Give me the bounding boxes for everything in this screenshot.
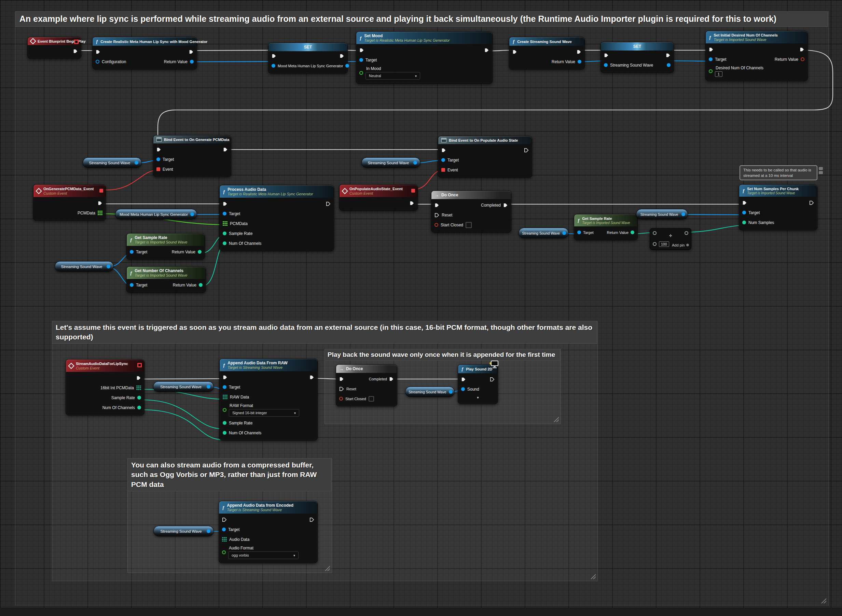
object-pin[interactable] <box>130 250 134 254</box>
object-pin[interactable] <box>96 60 99 63</box>
node-set-streaming-sound-wave-variable[interactable]: SET Streaming Sound Wave <box>601 42 674 73</box>
add-pin-button[interactable]: Add pin ⊕ <box>672 243 689 247</box>
bool-pin[interactable] <box>801 57 804 61</box>
exec-out-pin[interactable] <box>189 50 194 54</box>
node-do-once-1[interactable]: → Do Once Completed Reset Start Closed <box>431 191 511 233</box>
node-set-mood-generator-variable[interactable]: SET Mood Meta Human Lip Sync Generator <box>268 43 348 73</box>
object-pin[interactable] <box>413 161 417 164</box>
delegate-pin[interactable] <box>441 168 445 172</box>
node-set-mood[interactable]: ƒ Set Mood Target is Realistic Meta Huma… <box>356 31 492 84</box>
divisor-input[interactable]: 100 <box>659 241 669 247</box>
exec-out-pin[interactable] <box>73 49 78 54</box>
delegate-pin[interactable] <box>411 189 415 192</box>
comment-title-compressed[interactable]: You can also stream audio from a compres… <box>128 458 331 491</box>
raw-format-dropdown[interactable]: Signed 16-bit integer ▾ <box>229 409 299 417</box>
exec-out-pin[interactable] <box>503 203 508 208</box>
exec-in-pin[interactable] <box>223 201 228 206</box>
object-pin[interactable] <box>742 211 746 214</box>
desired-channels-input[interactable]: 1 <box>715 71 723 77</box>
node-set-num-samples-per-chunk[interactable]: ƒ Set Num Samples Per Chunk Target is Im… <box>739 185 817 230</box>
node-play-sound-2d[interactable]: ƒ Play Sound 2D Sound ▾ <box>458 364 498 404</box>
comment-title-main[interactable]: An example where lip sync is performed w… <box>15 11 828 27</box>
node-bind-on-populate-audio-state[interactable]: Bind Event to On Populate Audio State Ta… <box>438 136 532 177</box>
enum-pin[interactable] <box>223 408 226 412</box>
node-divide[interactable]: ÷ 100 Add pin ⊕ <box>650 228 691 250</box>
int-pin[interactable] <box>223 421 226 425</box>
byte-array-pin[interactable] <box>222 537 227 542</box>
node-append-audio-data-from-raw[interactable]: ƒ Append Audio Data From RAW Target is S… <box>219 359 318 440</box>
exec-in-pin[interactable] <box>339 377 344 381</box>
start-closed-checkbox[interactable] <box>369 396 374 402</box>
exec-in-pin[interactable] <box>96 50 100 54</box>
exec-out-pin[interactable] <box>809 201 814 205</box>
object-pin[interactable] <box>667 63 670 67</box>
exec-out-pin[interactable] <box>799 47 804 52</box>
bool-pin[interactable] <box>339 397 343 400</box>
pill-streaming-sound-wave[interactable]: Streaming Sound Wave <box>405 387 455 397</box>
int-array-pin[interactable] <box>136 386 141 390</box>
node-get-sample-rate-right[interactable]: ƒ Get Sample Rate Target is Imported Sou… <box>574 214 638 240</box>
pill-streaming-sound-wave[interactable]: Streaming Sound Wave <box>519 228 569 238</box>
object-pin[interactable] <box>604 63 608 67</box>
exec-in-pin[interactable] <box>339 387 344 391</box>
node-get-number-of-channels[interactable]: ƒ Get Number Of Channels Target is Impor… <box>126 266 206 293</box>
exec-out-pin[interactable] <box>410 201 414 205</box>
bool-pin[interactable] <box>435 223 438 227</box>
object-pin[interactable] <box>577 60 581 63</box>
exec-out-pin[interactable] <box>339 54 344 59</box>
pill-streaming-sound-wave[interactable]: Streaming Sound Wave <box>153 381 214 392</box>
int-pin[interactable] <box>742 221 746 224</box>
node-stream-audio-data-event[interactable]: StreamAudioDataForLipSync Custom Event 1… <box>66 359 144 415</box>
exec-out-pin[interactable] <box>389 377 394 381</box>
exec-out-pin[interactable] <box>666 53 670 58</box>
pin-icon[interactable] <box>819 167 823 170</box>
byte-array-pin[interactable] <box>98 211 103 216</box>
exec-in-pin[interactable] <box>435 213 439 217</box>
enum-pin[interactable] <box>359 71 363 75</box>
int-pin[interactable] <box>198 250 201 254</box>
start-closed-checkbox[interactable] <box>466 222 472 228</box>
exec-out-pin[interactable] <box>326 201 331 206</box>
exec-in-pin[interactable] <box>461 377 466 382</box>
object-pin[interactable] <box>107 265 110 268</box>
audio-format-dropdown[interactable]: ogg vorbis ▾ <box>228 551 298 559</box>
exec-out-pin[interactable] <box>98 201 103 205</box>
mood-dropdown[interactable]: Neutral ▾ <box>366 72 420 79</box>
object-pin[interactable] <box>577 230 581 234</box>
object-pin[interactable] <box>222 528 226 531</box>
object-pin[interactable] <box>130 283 134 287</box>
exec-out-pin[interactable] <box>223 147 228 152</box>
pill-streaming-sound-wave[interactable]: Streaming Sound Wave <box>54 261 114 272</box>
exec-in-pin[interactable] <box>709 47 714 52</box>
exec-in-pin[interactable] <box>435 203 439 208</box>
pill-mood-generator[interactable]: Mood Meta Human Lip Sync Generator <box>115 209 197 220</box>
object-pin[interactable] <box>135 161 138 164</box>
exec-in-pin[interactable] <box>441 148 446 153</box>
exec-in-pin[interactable] <box>272 54 276 59</box>
int-pin[interactable] <box>223 431 226 435</box>
comment-bubble-icon[interactable] <box>819 171 823 174</box>
exec-out-pin[interactable] <box>310 517 314 522</box>
node-create-streaming-sound-wave[interactable]: ƒ Create Streaming Sound Wave Return Val… <box>509 37 585 69</box>
int-pin[interactable] <box>223 241 226 245</box>
enum-pin[interactable] <box>222 550 226 554</box>
object-pin[interactable] <box>207 385 210 389</box>
wildcard-pin-out[interactable] <box>685 231 688 235</box>
wildcard-pin-b[interactable] <box>653 242 657 246</box>
comment-title-stream[interactable]: Let's assume this event is triggered as … <box>52 321 597 344</box>
object-pin[interactable] <box>359 58 363 62</box>
node-set-initial-desired-num-channels[interactable]: ƒ Set Initial Desired Num Of Channels Ta… <box>705 31 808 81</box>
exec-out-pin[interactable] <box>136 375 141 380</box>
delegate-pin[interactable] <box>74 40 79 44</box>
object-pin[interactable] <box>709 57 713 61</box>
delegate-pin[interactable] <box>137 363 142 367</box>
int-pin[interactable] <box>137 396 141 399</box>
object-pin[interactable] <box>223 212 226 216</box>
int-pin[interactable] <box>630 230 634 234</box>
node-create-lipsync-generator[interactable]: ƒ Create Realistic Meta Human Lip Sync w… <box>92 37 197 69</box>
byte-array-pin[interactable] <box>223 395 228 399</box>
object-pin[interactable] <box>223 385 226 389</box>
node-process-audio-data[interactable]: ƒ Process Audio Data Target is Realistic… <box>219 185 334 251</box>
node-get-sample-rate-left[interactable]: ƒ Get Sample Rate Target is Imported Sou… <box>126 233 205 260</box>
object-pin[interactable] <box>190 213 194 216</box>
